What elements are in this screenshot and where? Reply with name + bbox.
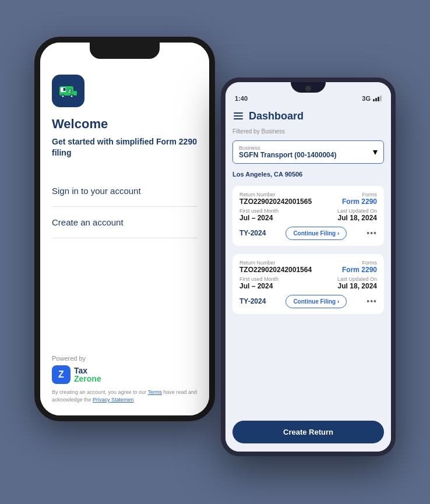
svg-point-7 bbox=[62, 95, 64, 97]
location-label: Los Angeles, CA 90506 bbox=[232, 171, 384, 178]
card2-dates-row: First used Month Jul – 2024 Last Updated… bbox=[239, 276, 377, 290]
card2-header-row: Return Number TZO229020242001564 Forms F… bbox=[239, 260, 377, 274]
continue-filing-btn-1[interactable]: Continue Filing › bbox=[286, 227, 347, 240]
card1-first-used: First used Month Jul – 2024 bbox=[239, 208, 279, 222]
first-used-value-1: Jul – 2024 bbox=[239, 214, 279, 222]
business-select-inner: Business SGFN Transport (00-1400004) bbox=[239, 145, 336, 159]
svg-text:Z: Z bbox=[68, 89, 71, 93]
create-account-item[interactable]: Create an account bbox=[52, 207, 198, 238]
svg-rect-2 bbox=[64, 88, 66, 91]
last-updated-value-1: Jul 18, 2024 bbox=[337, 214, 377, 222]
card2-first-used: First used Month Jul – 2024 bbox=[239, 276, 279, 290]
svg-rect-5 bbox=[73, 91, 77, 96]
taxzerone-letter: Z bbox=[58, 369, 64, 380]
card1-forms: Forms Form 2290 bbox=[342, 192, 377, 206]
signal-area: 3G bbox=[362, 95, 382, 102]
forms-value-2: Form 2290 bbox=[342, 266, 377, 274]
return-number-label-1: Return Number bbox=[239, 192, 312, 198]
zerone-label: Zerone bbox=[74, 375, 101, 383]
terms-prefix: By creating an account, you agree to our bbox=[52, 389, 147, 395]
forms-label-1: Forms bbox=[342, 192, 377, 198]
card2-forms: Forms Form 2290 bbox=[342, 260, 377, 274]
tax-label: Tax bbox=[74, 366, 101, 375]
chevron-down-icon: ▾ bbox=[373, 146, 378, 157]
card1-dates-row: First used Month Jul – 2024 Last Updated… bbox=[239, 208, 377, 222]
taxzerone-icon: Z bbox=[52, 365, 71, 384]
phone-back: Z Welcome Get started with simplified Fo… bbox=[34, 37, 215, 421]
filing-card-1: Return Number TZO229020242001565 Forms F… bbox=[232, 186, 384, 246]
first-used-label-1: First used Month bbox=[239, 208, 279, 214]
svg-point-9 bbox=[71, 95, 73, 97]
dashboard-header: Dashboard bbox=[225, 105, 391, 128]
ios-notch bbox=[90, 43, 160, 59]
phone-front: 1:40 3G Dashboard Filtered by Business bbox=[221, 77, 396, 456]
return-number-value-1: TZO229020242001565 bbox=[239, 198, 312, 206]
business-name: SGFN Transport (00-1400004) bbox=[239, 151, 336, 159]
return-number-label-2: Return Number bbox=[239, 260, 312, 266]
taxzerone-text: Tax Zerone bbox=[74, 366, 101, 383]
first-used-value-2: Jul – 2024 bbox=[239, 282, 279, 290]
card1-last-updated: Last Updated On Jul 18, 2024 bbox=[337, 208, 377, 222]
business-field-label: Business bbox=[239, 145, 336, 151]
android-camera bbox=[305, 86, 311, 91]
signal-type: 3G bbox=[362, 95, 371, 102]
last-updated-label-2: Last Updated On bbox=[337, 276, 377, 282]
first-used-label-2: First used Month bbox=[239, 276, 279, 282]
dashboard-content: Filtered by Business Business SGFN Trans… bbox=[225, 128, 391, 415]
create-return-button[interactable]: Create Return bbox=[232, 421, 384, 443]
return-number-value-2: TZO229020242001564 bbox=[239, 266, 312, 274]
phone-back-screen: Z Welcome Get started with simplified Fo… bbox=[40, 43, 209, 415]
taxzerone-logo: Z Tax Zerone bbox=[52, 365, 198, 384]
powered-section: Powered by Z Tax Zerone By creating an a… bbox=[52, 348, 198, 403]
card1-footer: TY-2024 Continue Filing › ••• bbox=[239, 227, 377, 240]
filing-card-2: Return Number TZO229020242001564 Forms F… bbox=[232, 254, 384, 314]
powered-by-label: Powered by bbox=[52, 355, 198, 362]
welcome-title: Welcome bbox=[52, 117, 198, 132]
status-time: 1:40 bbox=[235, 95, 248, 102]
terms-link[interactable]: Terms bbox=[147, 389, 162, 395]
hamburger-menu[interactable] bbox=[234, 112, 243, 119]
forms-value-1: Form 2290 bbox=[342, 198, 377, 206]
card2-last-updated: Last Updated On Jul 18, 2024 bbox=[337, 276, 377, 290]
card1-header-row: Return Number TZO229020242001565 Forms F… bbox=[239, 192, 377, 206]
welcome-subtitle: Get started with simplified Form 2290 fi… bbox=[52, 136, 198, 159]
scene: Z Welcome Get started with simplified Fo… bbox=[34, 25, 396, 480]
more-options-btn-1[interactable]: ••• bbox=[366, 228, 377, 238]
last-updated-value-2: Jul 18, 2024 bbox=[337, 282, 377, 290]
sign-in-item[interactable]: Sign in to your account bbox=[52, 175, 198, 207]
business-selector[interactable]: Business SGFN Transport (00-1400004) ▾ bbox=[232, 140, 384, 164]
phone-front-screen: 1:40 3G Dashboard Filtered by Business bbox=[225, 82, 391, 452]
more-options-btn-2[interactable]: ••• bbox=[366, 297, 377, 306]
card1-return-number-label: Return Number TZO229020242001565 bbox=[239, 192, 312, 206]
filter-label: Filtered by Business bbox=[232, 128, 384, 135]
card2-footer: TY-2024 Continue Filing › ••• bbox=[239, 295, 377, 308]
tax-year-1: TY-2024 bbox=[239, 229, 266, 237]
bottom-bar: Create Return bbox=[225, 415, 391, 452]
app-logo: Z bbox=[52, 75, 84, 107]
card2-return-number-label: Return Number TZO229020242001564 bbox=[239, 260, 312, 274]
signal-bars bbox=[373, 96, 382, 101]
tax-year-2: TY-2024 bbox=[239, 297, 266, 305]
last-updated-label-1: Last Updated On bbox=[337, 208, 377, 214]
forms-label-2: Forms bbox=[342, 260, 377, 266]
terms-text: By creating an account, you agree to our… bbox=[52, 389, 198, 403]
dashboard-title: Dashboard bbox=[249, 110, 304, 122]
privacy-link[interactable]: Privacy Statemen bbox=[93, 397, 134, 403]
continue-filing-btn-2[interactable]: Continue Filing › bbox=[286, 295, 347, 308]
